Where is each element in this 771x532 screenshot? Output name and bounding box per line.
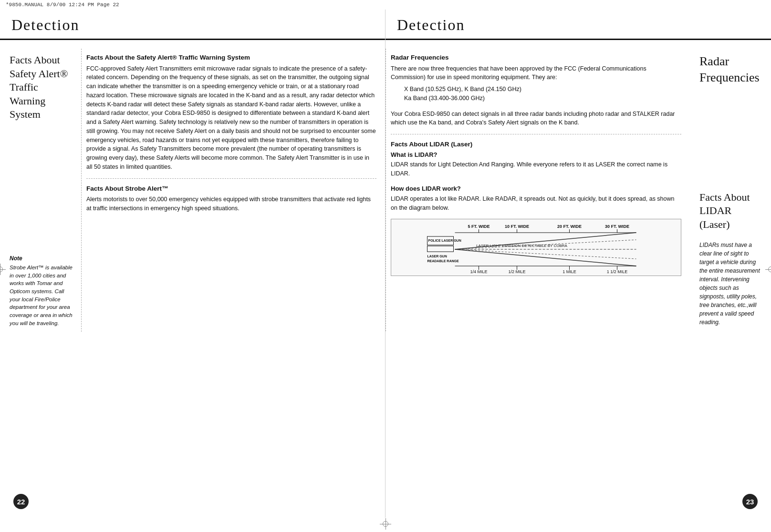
lidar-diagram: 5 FT. WIDE 10 FT. WIDE 20 FT. WIDE 30 FT… [391,219,681,276]
right-main-col: Radar Frequencies There are now three fr… [386,49,690,331]
section1-title: Facts About the Safety Alert® Traffic Wa… [86,53,376,62]
left-page-header: Detection [0,10,385,40]
reg-mark-right [765,264,771,275]
right-page-content: Radar Frequencies There are now three fr… [386,40,771,331]
right-sidebar-lidar-note: LIDARs must have a clear line of sight t… [699,241,764,327]
left-page-content: Facts About Safety Alert® Traffic Warnin… [0,40,385,332]
lidar-body2: LIDAR operates a lot like RADAR. Like RA… [391,194,681,213]
right-header-title: Detection [397,16,465,33]
section-divider-2 [391,134,681,134]
top-meta: *9850.MANUAL 8/9/00 12:24 PM Page 22 [0,0,771,10]
right-sidebar-lidar-title: Facts About LIDAR (Laser) [699,191,764,232]
svg-line-10 [455,249,636,266]
sidebar-main-title: Facts About Safety Alert® Traffic Warnin… [10,53,74,122]
svg-text:20 FT. WIDE: 20 FT. WIDE [557,224,582,229]
right-sidebar-radar-title: Radar Frequencies [699,53,764,86]
left-page: Detection Facts About Safety Alert® Traf… [0,10,386,518]
section-divider-1 [86,178,376,179]
radar-bands: X Band (10.525 GHz), K Band (24.150 GHz)… [391,85,681,103]
right-page-number: 23 [742,494,758,509]
section2-body: Alerts motorists to over 50,000 emergenc… [86,195,376,213]
reg-mark-left [0,264,6,275]
left-main-col: Facts About the Safety Alert® Traffic Wa… [81,49,385,332]
svg-text:30 FT. WIDE: 30 FT. WIDE [605,224,629,229]
right-page-header: Detection [386,10,771,40]
lidar-sub1: What is LIDAR? [391,151,681,159]
left-header-title: Detection [11,16,79,33]
section2-title: Facts About Strobe Alert™ [86,184,376,193]
radar-bands-text: X Band (10.525 GHz), K Band (24.150 GHz)… [404,86,521,102]
page-wrapper: *9850.MANUAL 8/9/00 12:24 PM Page 22 Det… [0,0,771,532]
right-page: Detection Radar Frequencies There are no… [386,10,771,518]
reg-mark-bottom-center [380,518,391,530]
radar-section-title: Radar Frequencies [391,53,681,62]
radar-section-body1: There are now three frequencies that hav… [391,64,681,82]
svg-text:10 FT. WIDE: 10 FT. WIDE [505,224,529,229]
left-sidebar: Facts About Safety Alert® Traffic Warnin… [0,49,81,332]
svg-text:LASER LIGHT EMISSION DETECTABL: LASER LIGHT EMISSION DETECTABLE BY COBRA [476,244,567,248]
lidar-sub2: How does LIDAR work? [391,185,681,193]
sidebar-note-label: Note [10,255,74,262]
svg-rect-16 [427,246,454,252]
svg-text:5 FT. WIDE: 5 FT. WIDE [468,224,490,229]
sidebar-note-text: Strobe Alert™ is available in over 1,000… [10,264,74,327]
svg-text:1 MILE: 1 MILE [563,269,576,274]
lidar-body1: LIDAR stands for Light Detection And Ran… [391,160,681,178]
svg-text:1/2 MILE: 1/2 MILE [508,269,525,274]
page-spread: Detection Facts About Safety Alert® Traf… [0,10,771,518]
svg-text:1/4 MILE: 1/4 MILE [470,269,487,274]
lidar-diagram-svg: 5 FT. WIDE 10 FT. WIDE 20 FT. WIDE 30 FT… [395,223,677,276]
section1-body: FCC-approved Safety Alert Transmitters e… [86,64,376,172]
svg-text:LASER GUN: LASER GUN [427,255,447,258]
svg-text:1 1/2 MILE: 1 1/2 MILE [607,269,628,274]
right-sidebar: Radar Frequencies Facts About LIDAR (Las… [690,49,771,331]
svg-text:POLICE LASER GUN: POLICE LASER GUN [428,239,461,242]
left-page-number: 22 [13,494,29,509]
svg-text:READABLE RANGE: READABLE RANGE [427,259,459,263]
meta-line: *9850.MANUAL 8/9/00 12:24 PM Page 22 [6,2,119,8]
lidar-section-title: Facts About LIDAR (Laser) [391,140,681,149]
radar-section-body2: Your Cobra ESD-9850 can detect signals i… [391,110,681,128]
